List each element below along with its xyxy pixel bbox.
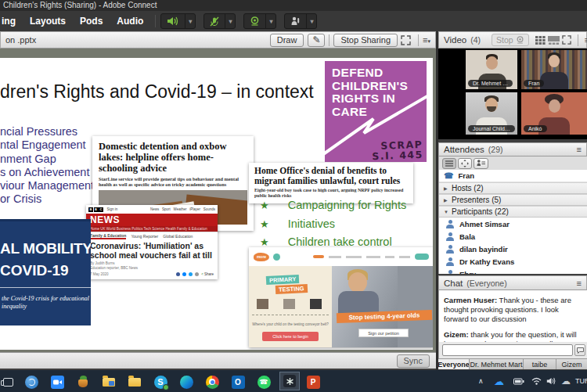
bbc-subnav-global-education[interactable]: Global Education <box>163 234 193 239</box>
attendees-group-participants[interactable]: ▼ Participants (22) <box>439 206 587 218</box>
chat-input-row <box>438 342 587 358</box>
participant-row[interactable]: Ebru <box>439 268 587 274</box>
language-indicator[interactable]: TUR <box>575 370 587 392</box>
documents-folder-icon[interactable] <box>101 374 117 390</box>
volume-icon[interactable] <box>546 370 556 392</box>
bbc-news-nav[interactable]: Home UK World Business Politics Tech Sci… <box>86 226 218 232</box>
video-fullscreen-icon[interactable] <box>562 35 571 45</box>
whatsapp-icon[interactable]: ☎ <box>256 374 272 390</box>
draw-button[interactable]: Draw <box>270 34 304 47</box>
chat-message-area[interactable]: Carmen Huser: Thank you - these are thou… <box>438 290 587 342</box>
chat-tab-taibe[interactable]: taibe <box>524 359 556 369</box>
attendees-group-hosts[interactable]: ▶ Hosts (2) <box>439 182 587 194</box>
tray-chevron-icon[interactable]: ∧ <box>478 370 484 392</box>
chat-input[interactable] <box>442 344 573 356</box>
bbc-subnav-young-reporter[interactable]: Young Reporter <box>131 234 158 239</box>
send-chat-icon[interactable] <box>574 344 585 356</box>
facebook-icon[interactable] <box>176 272 180 276</box>
participant-row[interactable]: Bala <box>439 230 587 243</box>
webcam-button[interactable]: ▾ <box>243 13 276 29</box>
attendees-group-presenters[interactable]: ▶ Presenters (5) <box>439 194 587 206</box>
collapse-arrow-icon[interactable]: ▶ <box>444 185 452 191</box>
messenger-icon[interactable] <box>182 272 186 276</box>
edge-icon[interactable] <box>178 374 194 390</box>
filmstrip-view-icon[interactable] <box>548 36 560 45</box>
menu-meeting[interactable]: ing <box>0 16 23 27</box>
bluebox-line2: COVID-19 <box>0 262 69 279</box>
stop-sharing-button[interactable]: Stop Sharing <box>333 34 398 47</box>
bbc-subnav-family-education[interactable]: Family & Education <box>90 233 126 239</box>
chat-tab-mehmet[interactable]: Dr. Mehmet Mart <box>470 359 524 369</box>
speaker-button[interactable]: ▾ <box>160 13 196 29</box>
drink-app-icon[interactable] <box>75 374 91 390</box>
task-view-icon[interactable] <box>0 374 16 390</box>
active-speaker-row[interactable]: ☎ Fran <box>439 170 587 182</box>
battery-icon[interactable] <box>513 370 524 392</box>
file-explorer-icon[interactable] <box>127 374 142 390</box>
mtas-logo[interactable]: more <box>254 253 269 261</box>
menu-pods[interactable]: Pods <box>73 16 110 27</box>
video-count: (4) <box>470 35 481 45</box>
video-tile[interactable]: Anikó <box>521 92 587 135</box>
chat-tab-gizem[interactable]: Gizem <box>556 359 587 369</box>
mtas-nav-item[interactable] <box>346 256 362 258</box>
mtas-nav-item[interactable] <box>329 256 341 258</box>
bbc-share-link[interactable]: Share <box>204 272 214 276</box>
mtas-nav-item[interactable] <box>313 255 324 258</box>
participant-face <box>549 55 560 67</box>
zoom-app-icon[interactable] <box>49 374 65 390</box>
grid-view-icon[interactable] <box>535 36 546 45</box>
participant-row[interactable]: Ahmet Simsar <box>439 218 587 230</box>
mtas-signup-button[interactable] <box>415 254 429 260</box>
bbc-signin[interactable]: Sign in <box>107 207 118 211</box>
powerpoint-icon[interactable]: P <box>305 374 321 390</box>
webcam-dropdown-icon[interactable]: ▾ <box>266 18 275 25</box>
mtas-begin-button[interactable]: Click here to begin <box>262 332 319 341</box>
breakout-view-button[interactable] <box>458 158 472 169</box>
adobe-connect-taskbar-icon[interactable] <box>279 372 300 390</box>
email-icon[interactable] <box>195 272 199 276</box>
mtas-nav-item[interactable] <box>399 256 410 258</box>
attendees-pod-menu-icon[interactable]: ≡ <box>577 145 582 154</box>
fullscreen-icon[interactable] <box>401 35 411 45</box>
mtas-nav-item[interactable] <box>385 256 394 258</box>
speaker-dropdown-icon[interactable]: ▾ <box>185 18 195 25</box>
menu-layouts[interactable]: Layouts <box>23 16 73 27</box>
chat-author: Carmen Huser: <box>444 296 497 304</box>
chat-tab-everyone[interactable]: Everyone <box>438 359 470 369</box>
participant-row[interactable]: Dr Kathy Evans <box>439 255 587 268</box>
video-tile[interactable]: Dr. Mehmet … <box>466 50 517 89</box>
menu-audio[interactable]: Audio <box>110 16 150 27</box>
mtas-nav-item[interactable] <box>366 256 380 258</box>
wifi-icon[interactable] <box>531 370 542 392</box>
microphone-muted-button[interactable]: ▾ <box>203 13 236 29</box>
video-pod-title: Video <box>444 35 466 45</box>
mtas-petition-button[interactable]: Sign our petition <box>358 329 409 337</box>
chat-pod-menu-icon[interactable]: ≡ <box>577 279 582 288</box>
expand-arrow-icon[interactable]: ▼ <box>444 210 452 214</box>
sync-button[interactable]: Sync <box>397 354 430 368</box>
video-tile[interactable]: Fran <box>521 50 587 89</box>
blue-app-icon[interactable] <box>23 374 39 390</box>
chrome-icon[interactable] <box>204 374 220 390</box>
bbc-top-nav[interactable]: News Sport Weather iPlayer Sounds <box>150 207 215 211</box>
status-dropdown-icon[interactable]: ▾ <box>307 18 316 25</box>
skype-icon[interactable]: S <box>153 374 168 390</box>
list-view-button[interactable] <box>442 158 456 169</box>
pod-menu-icon[interactable]: ≡▾ <box>423 35 430 45</box>
participant-row[interactable]: dilan bayindir <box>439 243 587 255</box>
window-title-bar: Children's Rights (Sharing) - Adobe Conn… <box>0 0 587 11</box>
onedrive-icon[interactable]: ☁ <box>494 370 504 392</box>
attendee-status-view-button[interactable] <box>474 158 488 169</box>
stop-webcam-button[interactable]: Stop <box>492 34 529 46</box>
pencil-tool-button[interactable]: ✎ <box>308 34 325 47</box>
cloud-backup-icon[interactable]: ☁ <box>561 370 571 392</box>
bluebox-rule <box>0 287 91 288</box>
outlook-icon[interactable]: O <box>230 374 246 390</box>
twitter-icon[interactable] <box>189 272 193 276</box>
video-tile[interactable]: Journal Child… <box>466 92 517 135</box>
status-button[interactable]: ▾ <box>284 13 317 29</box>
chat-pod-title: Chat <box>444 279 463 288</box>
collapse-arrow-icon[interactable]: ▶ <box>444 197 452 203</box>
microphone-dropdown-icon[interactable]: ▾ <box>225 18 235 25</box>
